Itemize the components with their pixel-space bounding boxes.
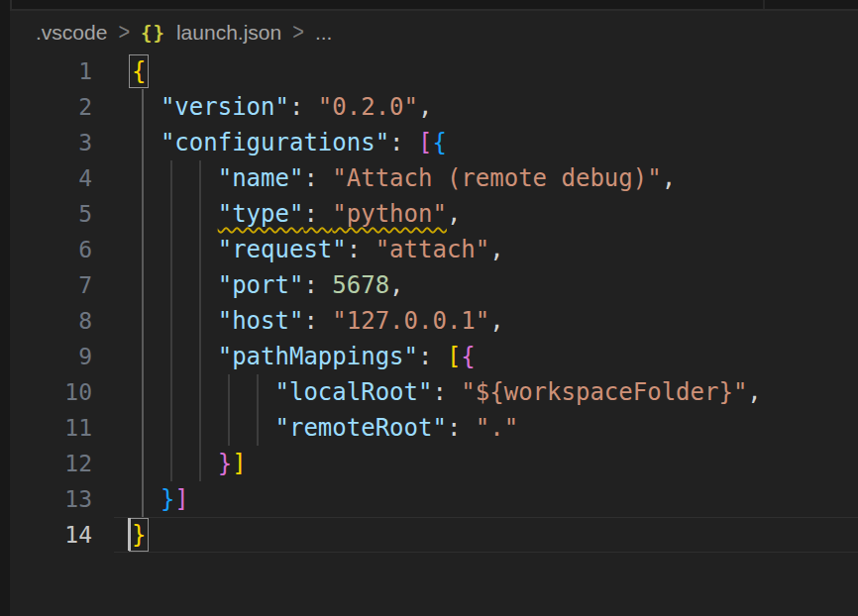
code-token: } xyxy=(218,450,232,477)
code-line-content: } xyxy=(132,517,146,553)
code-token: "type" xyxy=(218,200,304,228)
code-token: } xyxy=(161,485,174,513)
current-line-highlight xyxy=(114,517,858,553)
text-cursor xyxy=(128,518,131,551)
matched-bracket: } xyxy=(132,521,146,549)
code-line-content: "version": "0.2.0", xyxy=(132,89,432,125)
code-token: "Attach (remote debug)" xyxy=(332,164,661,192)
code-token xyxy=(132,343,218,370)
code-token: : xyxy=(303,164,332,192)
breadcrumb-folder[interactable]: .vscode xyxy=(36,21,107,45)
line-number[interactable]: 6 xyxy=(10,232,92,267)
code-token: , xyxy=(489,236,503,263)
line-number[interactable]: 4 xyxy=(10,160,92,196)
line-number[interactable]: 14 xyxy=(10,517,92,553)
code-token: "attach" xyxy=(375,236,490,263)
code-token: "configurations" xyxy=(161,129,389,156)
code-line-content: "name": "Attach (remote debug)", xyxy=(132,160,676,196)
code-line[interactable]: 11 "remoteRoot": "." xyxy=(10,410,858,446)
code-token: "${workspaceFolder}" xyxy=(461,378,747,406)
tab-bar-edge xyxy=(0,0,858,9)
code-token: ] xyxy=(232,450,246,477)
code-token xyxy=(132,414,275,442)
code-line-content: "request": "attach", xyxy=(132,232,504,267)
code-line[interactable]: 6 "request": "attach", xyxy=(10,232,858,267)
code-line-content: }] xyxy=(132,481,189,517)
line-number[interactable]: 5 xyxy=(10,196,92,232)
chevron-right-icon: > xyxy=(118,19,130,45)
code-line[interactable]: 4 "name": "Attach (remote debug)", xyxy=(10,160,858,196)
code-line[interactable]: 12 }] xyxy=(10,446,858,481)
code-line[interactable]: 3 "configurations": [{ xyxy=(10,125,858,160)
code-token: , xyxy=(447,200,461,228)
code-line[interactable]: 9 "pathMappings": [{ xyxy=(10,339,858,374)
code-line-content: "pathMappings": [{ xyxy=(132,339,476,374)
sidebar-edge xyxy=(0,0,10,616)
line-number[interactable]: 3 xyxy=(10,125,92,160)
code-token: , xyxy=(418,93,432,121)
code-area[interactable]: 1{2 "version": "0.2.0",3 "configurations… xyxy=(10,53,858,553)
code-token: : xyxy=(303,200,332,228)
line-number[interactable]: 12 xyxy=(10,446,92,481)
chevron-right-icon: > xyxy=(292,19,304,45)
code-token: ] xyxy=(174,485,188,513)
breadcrumb-file[interactable]: launch.json xyxy=(176,21,281,45)
line-number[interactable]: 10 xyxy=(10,374,92,410)
code-token: "pathMappings" xyxy=(218,343,418,370)
code-line[interactable]: 1{ xyxy=(10,53,858,89)
code-token: : xyxy=(303,307,332,335)
code-token: "0.2.0" xyxy=(318,93,418,121)
code-token: : xyxy=(389,129,418,156)
code-token xyxy=(132,129,161,156)
editor-pane: .vscode > {} launch.json > ... 1{2 "vers… xyxy=(10,11,858,616)
line-number[interactable]: 2 xyxy=(10,89,92,125)
code-line[interactable]: 2 "version": "0.2.0", xyxy=(10,89,858,125)
code-token: "request" xyxy=(218,236,347,263)
code-token xyxy=(132,271,218,299)
code-token xyxy=(132,307,218,335)
line-number[interactable]: 13 xyxy=(10,481,92,517)
code-line[interactable]: 5 "type": "python", xyxy=(10,196,858,232)
code-token xyxy=(132,236,218,263)
code-line-content: "configurations": [{ xyxy=(132,125,447,160)
code-token: "port" xyxy=(218,271,304,299)
line-number[interactable]: 8 xyxy=(10,303,92,339)
code-token: [ xyxy=(418,129,432,156)
code-token: : xyxy=(447,414,476,442)
code-token xyxy=(132,485,161,513)
code-token: "host" xyxy=(218,307,304,335)
matched-bracket: { xyxy=(132,57,146,85)
code-line[interactable]: 7 "port": 5678, xyxy=(10,267,858,303)
line-number[interactable]: 11 xyxy=(10,410,92,446)
code-line[interactable]: 13 }] xyxy=(10,481,858,517)
code-token: , xyxy=(747,378,761,406)
code-token: { xyxy=(432,129,446,156)
code-line-content: "remoteRoot": "." xyxy=(132,410,518,446)
code-token: "remoteRoot" xyxy=(275,414,447,442)
line-number[interactable]: 7 xyxy=(10,267,92,303)
code-token: : xyxy=(347,236,375,263)
code-line[interactable]: 8 "host": "127.0.0.1", xyxy=(10,303,858,339)
code-token: : xyxy=(432,378,461,406)
code-token: "127.0.0.1" xyxy=(332,307,489,335)
code-line[interactable]: 14} xyxy=(10,517,858,553)
sidebar-border xyxy=(10,0,12,9)
code-token xyxy=(132,450,218,477)
code-token: "name" xyxy=(218,164,304,192)
code-line[interactable]: 10 "localRoot": "${workspaceFolder}", xyxy=(10,374,858,410)
code-token: 5678 xyxy=(332,271,389,299)
breadcrumb: .vscode > {} launch.json > ... xyxy=(10,11,858,53)
code-token: "python" xyxy=(332,200,447,228)
line-number[interactable]: 1 xyxy=(10,53,92,89)
breadcrumb-symbol-ellipsis[interactable]: ... xyxy=(315,21,333,45)
code-token: : xyxy=(289,93,318,121)
line-number[interactable]: 9 xyxy=(10,339,92,374)
vscode-window: .vscode > {} launch.json > ... 1{2 "vers… xyxy=(0,0,858,616)
code-line-content: }] xyxy=(132,446,247,481)
code-line-content: "localRoot": "${workspaceFolder}", xyxy=(132,374,762,410)
code-line-content: "port": 5678, xyxy=(132,267,404,303)
code-token: "version" xyxy=(161,93,289,121)
tab-separator xyxy=(763,0,765,9)
json-file-icon: {} xyxy=(141,22,165,44)
code-token: "localRoot" xyxy=(275,378,433,406)
